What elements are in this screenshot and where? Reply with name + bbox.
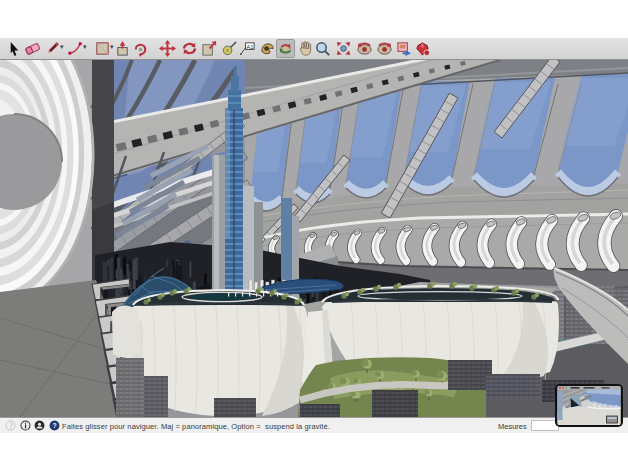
svg-text:?: ? [52,422,56,429]
svg-text:A1: A1 [247,44,254,50]
